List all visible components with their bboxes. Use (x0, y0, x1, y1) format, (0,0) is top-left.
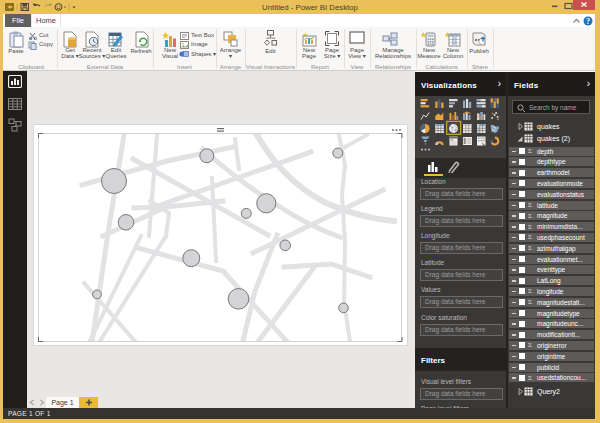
svg-text:?: ? (586, 17, 590, 26)
